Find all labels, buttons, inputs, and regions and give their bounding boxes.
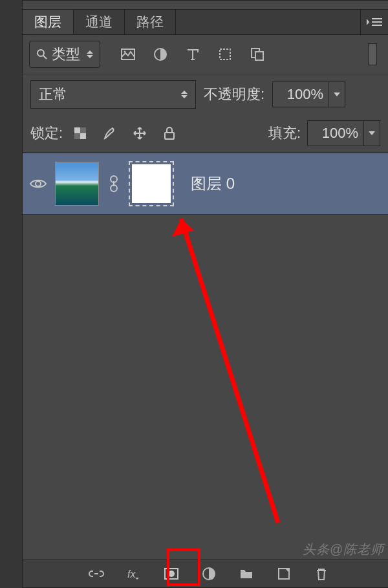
tab-paths[interactable]: 路径	[125, 10, 176, 34]
filter-adjustment-icon[interactable]	[152, 46, 169, 63]
blend-row: 正常 不透明度: 100%	[23, 74, 388, 114]
visibility-toggle[interactable]	[29, 175, 47, 193]
blend-mode-select[interactable]: 正常	[30, 80, 196, 109]
opacity-label: 不透明度:	[204, 85, 264, 104]
lock-paint-icon[interactable]	[102, 125, 118, 142]
layers-bottom-toolbar: fx	[23, 560, 388, 587]
panel-menu-button[interactable]	[360, 10, 388, 34]
svg-rect-8	[220, 49, 230, 60]
fill-input[interactable]: 100%	[307, 120, 364, 146]
svg-rect-12	[80, 133, 86, 139]
svg-text:fx: fx	[127, 569, 136, 580]
watermark-text: 头条@陈老师	[303, 541, 384, 558]
lock-transparent-icon[interactable]	[72, 125, 89, 142]
app-left-strip	[0, 0, 23, 588]
svg-rect-14	[74, 133, 80, 139]
opacity-caret[interactable]	[329, 82, 345, 107]
svg-rect-2	[372, 25, 382, 26]
mask-link-icon[interactable]	[107, 174, 121, 193]
tab-channels[interactable]: 通道	[74, 10, 125, 34]
layer-filter-row: 类型	[23, 35, 388, 74]
filter-icons	[120, 46, 266, 63]
svg-point-3	[38, 50, 44, 56]
lock-position-icon[interactable]	[131, 125, 148, 142]
filter-type-text-icon[interactable]	[184, 46, 201, 63]
link-layers-button[interactable]	[87, 565, 105, 583]
lock-icons	[72, 125, 178, 142]
svg-point-22	[168, 571, 175, 577]
filter-type-select[interactable]: 类型	[29, 41, 100, 68]
filter-toggle-switch[interactable]	[363, 42, 382, 67]
fill-caret[interactable]	[364, 120, 380, 146]
double-caret-icon	[87, 50, 93, 58]
svg-rect-15	[165, 133, 174, 139]
lock-row: 锁定: 填充: 100%	[23, 114, 388, 153]
svg-rect-0	[372, 18, 382, 19]
panel-tabs: 图层 通道 路径	[23, 10, 388, 35]
svg-point-6	[124, 51, 126, 53]
fill-label: 填充:	[268, 124, 301, 143]
filter-smartobject-icon[interactable]	[249, 46, 266, 63]
svg-line-4	[43, 56, 47, 59]
filter-pixel-icon[interactable]	[120, 46, 136, 63]
search-icon	[36, 49, 48, 60]
layers-list: 图层 0	[23, 153, 388, 489]
opacity-input[interactable]: 100%	[272, 82, 329, 107]
new-layer-button[interactable]	[275, 565, 293, 583]
add-mask-button[interactable]	[162, 565, 180, 583]
layer-mask-thumbnail[interactable]	[129, 161, 174, 206]
svg-rect-13	[80, 127, 86, 133]
double-caret-icon	[181, 91, 188, 98]
lock-label: 锁定:	[30, 124, 63, 143]
layer-row[interactable]: 图层 0	[23, 153, 388, 215]
panel-top-spacer	[23, 1, 388, 10]
filter-type-label: 类型	[52, 45, 80, 64]
svg-rect-1	[372, 21, 382, 23]
filter-shape-icon[interactable]	[217, 46, 233, 63]
fill-value-box: 100%	[307, 120, 380, 146]
layer-thumbnail[interactable]	[55, 162, 99, 206]
layer-name[interactable]: 图层 0	[191, 173, 235, 194]
blend-mode-value: 正常	[39, 85, 67, 104]
delete-layer-button[interactable]	[312, 565, 330, 583]
tab-layers[interactable]: 图层	[23, 10, 74, 34]
svg-rect-10	[255, 52, 263, 60]
adjustment-layer-button[interactable]	[200, 565, 218, 583]
layers-panel: 图层 通道 路径 类型 正常 不透明度: 100%	[22, 0, 388, 588]
lock-all-icon[interactable]	[161, 125, 178, 142]
layer-fx-button[interactable]: fx	[125, 565, 143, 583]
svg-point-16	[36, 181, 41, 186]
new-group-button[interactable]	[237, 565, 255, 583]
opacity-value-box: 100%	[272, 82, 345, 107]
svg-rect-11	[74, 127, 80, 133]
